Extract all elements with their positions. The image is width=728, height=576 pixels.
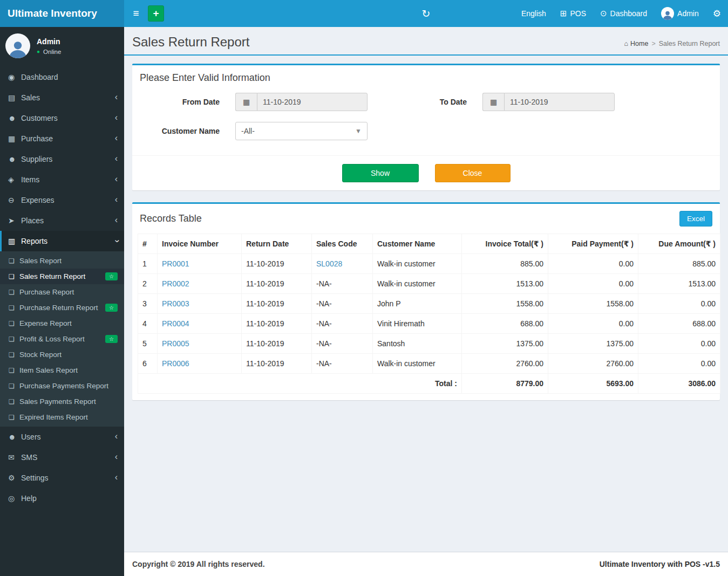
sidebar-item-sales[interactable]: ▤Sales‹ [0, 87, 124, 108]
sidebar-item-customers[interactable]: ☻Customers‹ [0, 108, 124, 128]
invoice-number-cell: PR0005 [158, 334, 242, 354]
invoice-link[interactable]: PR0004 [162, 319, 189, 328]
invoice-link[interactable]: PR0006 [162, 359, 189, 368]
chevron-left-icon: ‹ [115, 434, 118, 439]
sidebar-toggle-button[interactable]: ≡ [124, 0, 148, 27]
breadcrumb-current: Sales Return Report [659, 40, 720, 47]
excel-export-button[interactable]: Excel [679, 211, 712, 227]
footer: Copyright © 2019 All rights reserved. Ul… [124, 552, 728, 576]
filter-panel-title: Please Enter Valid Information [140, 72, 270, 84]
sidebar-item-purchase[interactable]: ▦Purchase‹ [0, 128, 124, 149]
sidebar-item-sales-report[interactable]: ❏Sales Report [0, 253, 124, 269]
report-doc-icon: ❏ [9, 351, 19, 359]
column-header: Return Date [242, 234, 312, 254]
sidebar-item-suppliers[interactable]: ☻Suppliers‹ [0, 149, 124, 169]
user-menu[interactable]: Admin [654, 0, 706, 27]
content-header: Sales Return Report ⌂ Home > Sales Retur… [124, 27, 728, 56]
copyright-text: Copyright © 2019 All rights reserved. [132, 560, 265, 568]
sales-code-cell: -NA- [312, 274, 373, 294]
column-header: Invoice Number [158, 234, 242, 254]
sidebar-item-label: Dashboard [21, 73, 118, 81]
from-date-input[interactable] [257, 93, 368, 111]
sidebar-item-places[interactable]: ➤Places‹ [0, 210, 124, 231]
table-row: 1PR000111-10-2019SL0028Walk-in customer8… [138, 254, 720, 274]
sidebar-item-settings[interactable]: ⚙Settings‹ [0, 468, 124, 488]
column-header: Customer Name [373, 234, 462, 254]
settings-icon: ⚙ [8, 474, 21, 482]
dashboard-gauge-icon: ⊙ [600, 9, 607, 18]
customer-select[interactable]: -All- ▼ [235, 122, 368, 140]
places-icon: ➤ [8, 216, 21, 225]
sidebar-item-items[interactable]: ◈Items‹ [0, 169, 124, 190]
sidebar-item-label: Settings [21, 474, 115, 482]
sidebar-item-users[interactable]: ☻Users‹ [0, 427, 124, 447]
due-amount-cell: 0.00 [638, 354, 720, 374]
sidebar-item-profit-loss-report[interactable]: ❏Profit & Loss Report☆ [0, 331, 124, 347]
sidebar-item-label: Purchase Report [19, 288, 120, 296]
due-amount-cell: 885.00 [638, 254, 720, 274]
sidebar-item-help[interactable]: ◎Help [0, 488, 124, 509]
sidebar-item-stock-report[interactable]: ❏Stock Report [0, 347, 124, 362]
main-content: Sales Return Report ⌂ Home > Sales Retur… [124, 27, 728, 576]
pos-link[interactable]: ⊞ POS [553, 0, 593, 27]
sidebar-item-purchase-report[interactable]: ❏Purchase Report [0, 284, 124, 300]
calendar-icon[interactable]: ▦ [235, 93, 257, 111]
customer-name-label: Customer Name [140, 127, 220, 135]
to-date-group: ▦ [482, 93, 615, 111]
brand-logo[interactable]: Ultimate Inventory [0, 0, 124, 27]
invoice-link[interactable]: PR0001 [162, 259, 189, 268]
return-date-cell: 11-10-2019 [242, 254, 312, 274]
sales-code-link[interactable]: SL0028 [316, 259, 342, 268]
sidebar-item-label: Reports [21, 237, 115, 245]
sales-code-cell: -NA- [312, 354, 373, 374]
quick-add-button[interactable]: + [148, 5, 164, 22]
help-icon: ◎ [8, 494, 21, 503]
sidebar-item-dashboard[interactable]: ◉Dashboard [0, 67, 124, 87]
chevron-left-icon: ‹ [115, 454, 118, 460]
loading-spinner-icon: ↻ [422, 8, 431, 20]
row-number-cell: 5 [138, 334, 158, 354]
sidebar-item-expired-items-report[interactable]: ❏Expired Items Report [0, 409, 124, 425]
sidebar-item-reports[interactable]: ▥Reports‹ [0, 231, 124, 251]
table-row: 2PR000211-10-2019-NA-Walk-in customer151… [138, 274, 720, 294]
sidebar-item-sales-return-report[interactable]: ❏Sales Return Report☆ [0, 269, 124, 284]
row-number-cell: 4 [138, 314, 158, 334]
breadcrumb-home-link[interactable]: ⌂ Home [624, 40, 649, 47]
sales-code-cell: -NA- [312, 314, 373, 334]
sidebar-item-sms[interactable]: ✉SMS‹ [0, 447, 124, 468]
report-doc-icon: ❏ [9, 289, 19, 296]
row-number-cell: 1 [138, 254, 158, 274]
sidebar-item-item-sales-report[interactable]: ❏Item Sales Report [0, 362, 124, 378]
from-date-group: ▦ [235, 93, 368, 111]
chevron-left-icon: ‹ [115, 475, 118, 480]
dashboard-link[interactable]: ⊙ Dashboard [593, 0, 654, 27]
content-area: Please Enter Valid Information From Date… [124, 56, 728, 552]
sidebar-item-label: Expired Items Report [19, 413, 120, 421]
paid-payment-cell: 1558.00 [548, 294, 638, 314]
sidebar-item-expenses[interactable]: ⊖Expenses‹ [0, 190, 124, 210]
invoice-total-cell: 885.00 [462, 254, 548, 274]
user-profile-panel: Admin ● Online [0, 27, 124, 65]
sidebar-item-purchase-return-report[interactable]: ❏Purchase Return Report☆ [0, 300, 124, 316]
show-button[interactable]: Show [342, 164, 419, 182]
to-date-input[interactable] [504, 93, 615, 111]
table-row: 5PR000511-10-2019-NA-Santosh1375.001375.… [138, 334, 720, 354]
sidebar-item-expense-report[interactable]: ❏Expense Report [0, 316, 124, 331]
filter-panel: Please Enter Valid Information From Date… [132, 64, 720, 190]
invoice-link[interactable]: PR0005 [162, 339, 189, 348]
chevron-left-icon: ‹ [115, 217, 118, 223]
invoice-link[interactable]: PR0002 [162, 279, 189, 288]
table-row: 4PR000411-10-2019-NA-Vinit Hiremath688.0… [138, 314, 720, 334]
calendar-icon[interactable]: ▦ [482, 93, 504, 111]
settings-menu-button[interactable]: ⚙ [706, 0, 728, 27]
close-button[interactable]: Close [435, 164, 511, 182]
language-menu[interactable]: English [514, 0, 553, 27]
sidebar-item-sales-payments-report[interactable]: ❏Sales Payments Report [0, 394, 124, 409]
plus-icon: + [153, 8, 159, 19]
sidebar-item-label: Sales Return Report [19, 272, 105, 280]
total-label: Total : [138, 374, 462, 394]
paid-payment-cell: 2760.00 [548, 354, 638, 374]
sidebar-item-purchase-payments-report[interactable]: ❏Purchase Payments Report [0, 378, 124, 394]
invoice-link[interactable]: PR0003 [162, 299, 189, 308]
column-header: # [138, 234, 158, 254]
